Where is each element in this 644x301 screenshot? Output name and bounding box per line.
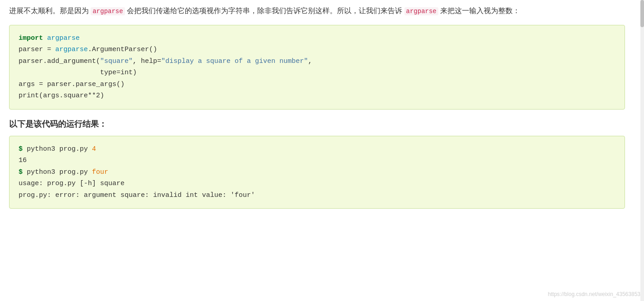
code-text: , help= <box>133 57 161 65</box>
intro-text-part1: 进展不太顺利。那是因为 <box>9 7 91 14</box>
output-error: prog.py: error: argument square: invalid… <box>19 191 255 199</box>
intro-paragraph: 进展不太顺利。那是因为 argparse 会把我们传递给它的选项视作为字符串，除… <box>9 5 625 18</box>
output-usage: usage: prog.py [-h] square <box>19 180 125 187</box>
output-line-4: usage: prog.py [-h] square <box>19 178 615 190</box>
output-line-5: prog.py: error: argument square: invalid… <box>19 190 615 201</box>
code-text: .ArgumentParser() <box>88 46 157 53</box>
code-line-4: type=int) <box>19 67 615 79</box>
prompt-1: $ <box>19 145 27 153</box>
code-string: "square" <box>100 57 133 65</box>
code-line-1: import argparse <box>19 33 615 44</box>
code-line-6: print(args.square**2) <box>19 90 615 102</box>
code-text: print(args.square**2) <box>19 92 104 100</box>
code-block-2: $ python3 prog.py 4 16 $ python3 prog.py… <box>9 136 625 209</box>
scrollbar-thumb[interactable] <box>640 0 644 27</box>
section-heading: 以下是该代码的运行结果： <box>9 119 625 129</box>
module-argparse: argparse <box>47 34 80 42</box>
cmd-1: python3 prog.py <box>27 145 92 153</box>
code-line-3: parser.add_argument("square", help="disp… <box>19 56 615 67</box>
intro-text-part3: 来把这一输入视为整数： <box>438 7 520 14</box>
code-block-1: import argparse parser = argparse.Argume… <box>9 25 625 110</box>
output-line-3: $ python3 prog.py four <box>19 167 615 178</box>
prompt-2: $ <box>19 168 27 176</box>
code-text: args = parser.parse_args() <box>19 81 125 88</box>
output-line-2: 16 <box>19 155 615 167</box>
cmd-arg-2: four <box>92 168 108 176</box>
output-number: 16 <box>19 157 27 164</box>
intro-text-part2: 会把我们传递给它的选项视作为字符串，除非我们告诉它别这样。所以，让我们来告诉 <box>125 7 404 14</box>
code-line-2: parser = argparse.ArgumentParser() <box>19 44 615 56</box>
output-line-1: $ python3 prog.py 4 <box>19 143 615 155</box>
intro-inline-code2: argparse <box>404 7 438 15</box>
code-text: , <box>308 57 312 65</box>
cmd-arg-1: 4 <box>92 145 96 153</box>
code-line-5: args = parser.parse_args() <box>19 79 615 91</box>
code-text: type=int) <box>19 69 137 76</box>
keyword-import: import <box>19 34 43 42</box>
watermark: https://blog.csdn.net/weixin_43563853 <box>548 291 640 297</box>
intro-inline-code1: argparse <box>91 7 125 15</box>
cmd-2: python3 prog.py <box>27 168 92 176</box>
code-string: "display a square of a given number" <box>161 57 308 65</box>
page-container: 进展不太顺利。那是因为 argparse 会把我们传递给它的选项视作为字符串，除… <box>0 0 634 227</box>
code-text: parser = <box>19 46 55 53</box>
code-module: argparse <box>55 46 88 53</box>
scrollbar[interactable] <box>640 0 644 301</box>
code-text: parser.add_argument( <box>19 57 100 65</box>
